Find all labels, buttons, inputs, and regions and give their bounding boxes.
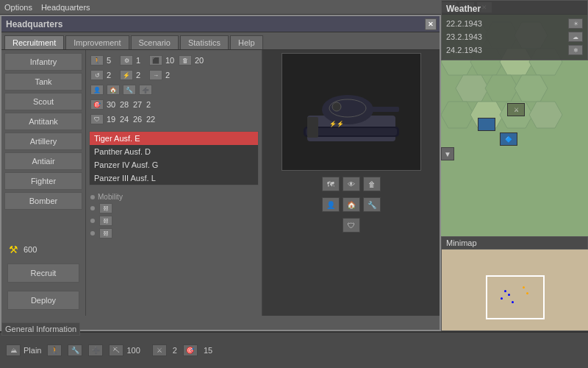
unit-list-item-panziv[interactable]: Panzer IV Ausf. G (90, 158, 258, 171)
stat-val-c3: 27 (133, 100, 143, 109)
action-icon-shield[interactable]: 🛡 (343, 218, 360, 233)
move-icon: 🚶 (90, 55, 104, 66)
stat-val-move: 5 (107, 56, 117, 65)
hq-content-area: Infantry Tank Scout Antitank Artillery A… (1, 50, 440, 316)
stat-row-5: 🛡 19 24 26 22 (89, 112, 259, 127)
minimap-content[interactable] (442, 250, 588, 330)
tab-help[interactable]: Help (230, 35, 263, 49)
stat-row-4: 🎯 30 28 27 2 (89, 97, 259, 112)
action-icon-delete[interactable]: 🗑 (363, 177, 381, 191)
action-icon-infantry[interactable]: 👤 (322, 197, 340, 212)
lightning-icon: ⚡ (120, 70, 133, 80)
menu-headquarters[interactable]: Headquarters (41, 3, 90, 12)
unit-marker-3[interactable]: 🔷 (500, 132, 517, 146)
unit-type-sidebar: Infantry Tank Scout Antitank Artillery A… (1, 50, 86, 316)
weather-title: Weather (446, 4, 583, 14)
action-icon-house[interactable]: 🏠 (343, 197, 360, 212)
mobility-dot-indicator (90, 195, 95, 199)
action-icon-view[interactable]: 👁 (343, 177, 360, 191)
unit-marker-1[interactable] (478, 118, 495, 131)
menu-options[interactable]: Options (4, 3, 32, 12)
stat-val-trash: 20 (195, 56, 205, 65)
gold-display: ⚒ 600 (4, 241, 82, 258)
status-icon-2: 🚶 (47, 344, 62, 356)
tab-recruitment[interactable]: Recruitment (4, 35, 64, 49)
tab-bar: Recruitment Improvement Scenario Statist… (1, 32, 440, 50)
unit-marker-2[interactable]: ⚔ (507, 103, 525, 116)
target-icon: 🎯 (90, 99, 104, 110)
wrench-icon: 🔧 (123, 85, 136, 95)
weather-icon-2: ☁ (568, 32, 583, 42)
minimap-unit-blue-4 (512, 301, 514, 303)
hq-close-button[interactable]: ✕ (425, 18, 437, 30)
status-item-value3: 15 (204, 346, 212, 355)
weather-date-1: 22.2.1943 (446, 19, 482, 28)
svg-marker-13 (529, 102, 562, 128)
stat-val-r1: 2 (107, 71, 117, 79)
svg-marker-7 (456, 75, 489, 102)
unit-list-item-panther[interactable]: Panther Ausf. D (90, 145, 258, 158)
action-icon-wrench[interactable]: 🔧 (363, 197, 381, 212)
rotate-icon: ↺ (90, 70, 104, 80)
unit-list-item-tiger[interactable]: Tiger Ausf. E (90, 132, 258, 145)
mobility-text: Mobility (98, 193, 123, 201)
stat-val-d4: 22 (146, 115, 157, 124)
weather-panel: Weather 22.2.1943 ☀ 23.2.1943 ☁ 24.2.194… (441, 0, 588, 60)
stat-val-r2: 2 (136, 71, 146, 79)
trash-icon: 🗑 (179, 55, 192, 66)
tab-scenario[interactable]: Scenario (131, 35, 179, 49)
unit-btn-bomber[interactable]: Bomber (4, 192, 82, 210)
hq-title: Headquarters (6, 19, 62, 29)
stat-val-gear: 1 (136, 56, 146, 65)
map-nav-down[interactable]: ▼ (441, 147, 454, 160)
minimap-unit-blue-2 (508, 294, 510, 296)
mobility-row-2: ⛓ (90, 216, 257, 226)
status-value1: 100 (126, 346, 140, 355)
mobility-dot-1 (90, 206, 95, 210)
unit-btn-infantry[interactable]: Infantry (4, 53, 82, 71)
unit-list: Tiger Ausf. E Panther Ausf. D Panzer IV … (89, 131, 259, 185)
unit-btn-tank[interactable]: Tank (4, 73, 82, 91)
action-icon-map[interactable]: 🗺 (322, 177, 340, 191)
tab-statistics[interactable]: Statistics (180, 35, 229, 49)
unit-btn-scout[interactable]: Scout (4, 93, 82, 110)
track-icon-1: ⛓ (99, 203, 112, 213)
mobility-dot-2 (90, 219, 95, 223)
track-icon-3: ⛓ (99, 228, 112, 238)
unit-display: ⚡⚡ (282, 53, 421, 171)
unit-btn-antitank[interactable]: Antitank (4, 113, 82, 130)
weather-row-1: 22.2.1943 ☀ (446, 17, 583, 30)
status-icon-5: ⚔ (152, 344, 167, 356)
unit-action-icons-3: 🛡 (340, 215, 363, 236)
tab-improvement[interactable]: Improvement (65, 35, 129, 49)
stats-panel: 🚶 5 ⚙ 1 ⬛ 10 🗑 20 ↺ 2 ⚡ 2 → 2 👤 🏠 (86, 50, 262, 316)
weather-date-2: 23.2.1943 (446, 32, 482, 41)
unit-list-item-panziii[interactable]: Panzer III Ausf. L (90, 171, 258, 185)
status-item-terrain: ⛰ Plain (6, 344, 41, 356)
svg-marker-8 (485, 75, 518, 102)
unit-action-icons: 🗺 👁 🗑 (319, 174, 384, 194)
status-icon-6: 🎯 (183, 344, 198, 356)
unit-btn-artillery[interactable]: Artillery (4, 132, 82, 150)
arrow-icon: → (149, 70, 162, 80)
svg-rect-16 (348, 107, 399, 112)
stat-val-d1: 19 (107, 115, 117, 124)
minimap-unit-orange-2 (526, 292, 528, 294)
status-icon-3: 🔧 (68, 344, 82, 356)
gear-icon: ⚙ (120, 55, 133, 66)
gold-value: 600 (24, 245, 37, 254)
stat-row-3: 👤 🏠 🔧 ➕ (89, 82, 259, 97)
ammo-icon: ⬛ (149, 55, 162, 66)
recruit-button[interactable]: Recruit (7, 263, 79, 283)
status-item-value2: 2 (173, 346, 177, 355)
deploy-button[interactable]: Deploy (7, 291, 79, 310)
mobility-row-1: ⛓ (90, 203, 257, 213)
status-item-value1: ⛏ 100 (109, 344, 140, 356)
mobility-label: Mobility (90, 193, 257, 201)
mobility-dot-3 (90, 231, 95, 236)
unit-btn-antiair[interactable]: Antiair (4, 152, 82, 170)
unit-btn-fighter[interactable]: Fighter (4, 172, 82, 190)
minimap-unit-blue-3 (501, 297, 503, 300)
minimap-title: Minimap (442, 237, 587, 250)
svg-rect-21 (307, 117, 318, 138)
